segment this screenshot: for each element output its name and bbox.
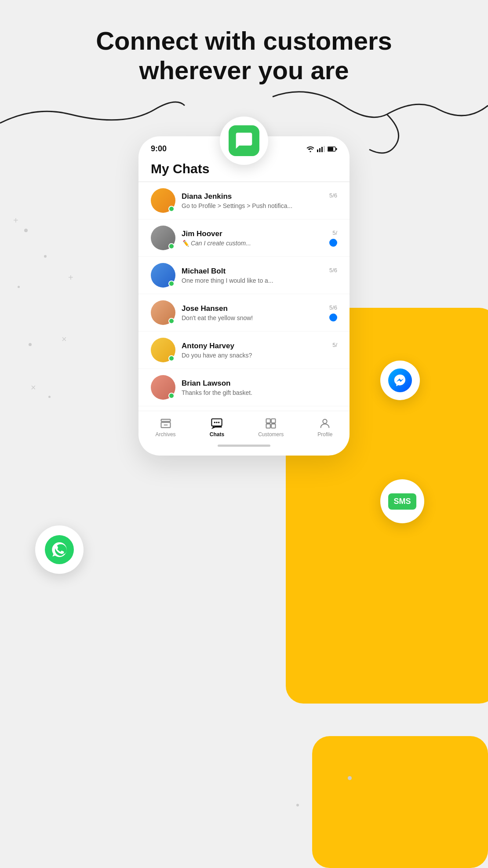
chat-content: Antony Harvey Do you have any snacks? [182,342,325,359]
nav-label-chats: Chats [210,431,224,438]
online-indicator [168,281,175,287]
chat-item-antony[interactable]: Antony Harvey Do you have any snacks? 5/ [138,332,350,369]
online-indicator [168,318,175,324]
chat-item-brian[interactable]: Brian Lawson Thanks for the gift basket. [138,369,350,406]
chat-item-diana[interactable]: Diana Jenkins Go to Profile > Settings >… [138,182,350,219]
svg-rect-7 [161,419,170,422]
unread-badge [329,239,337,247]
svg-point-12 [216,422,218,423]
chat-preview: Do you have any snacks? [182,352,325,359]
chat-content: Diana Jenkins Go to Profile > Settings >… [182,192,325,209]
avatar-wrap [151,338,175,362]
signal-icon [317,146,325,152]
deco-cross: + [68,273,73,283]
battery-icon [328,146,337,152]
chat-preview: One more thing I would like to a... [182,277,325,284]
chat-preview: Go to Profile > Settings > Push notifica… [182,202,325,209]
deco-cross: + [13,215,18,226]
deco-dot [24,229,28,232]
hero-section: Connect with customers wherever you are [0,26,488,85]
chat-name: Michael Bolt [182,267,325,276]
status-time: 9:00 [151,144,167,153]
chat-name: Diana Jenkins [182,192,325,201]
chat-date: 5/6 [329,304,337,311]
chat-content: Jose Hansen Don't eat the yellow snow! [182,304,325,321]
deco-dot [29,343,32,346]
svg-rect-3 [324,146,325,152]
chat-content: Brian Lawson Thanks for the gift basket. [182,379,325,396]
avatar-wrap [151,226,175,250]
nav-label-profile: Profile [317,431,332,438]
nav-label-customers: Customers [258,431,284,438]
chat-content: Jim Hoover ✏️ Can I create custom... [182,230,325,247]
whatsapp-bubble [35,525,84,574]
chat-name: Jose Hansen [182,304,325,313]
deco-dot [44,255,47,258]
bg-yellow-bottom [312,736,488,868]
svg-rect-6 [336,148,337,150]
deco-cross: × [31,383,36,393]
messenger-icon [388,368,412,392]
svg-point-13 [218,422,220,423]
online-indicator [168,393,175,399]
bottom-indicator [218,445,270,447]
profile-icon [319,417,331,430]
sms-label: SMS [388,493,416,510]
chat-meta: 5/ [329,230,337,247]
svg-rect-5 [328,147,333,151]
deco-cross: × [62,334,67,344]
avatar-wrap [151,375,175,400]
nav-label-archives: Archives [156,431,176,438]
svg-point-11 [214,422,216,423]
avatar-wrap [151,188,175,213]
svg-rect-0 [317,150,318,152]
chat-content: Michael Bolt One more thing I would like… [182,267,325,284]
wifi-icon [306,146,314,152]
chat-meta: 5/6 [329,192,337,209]
nav-item-archives[interactable]: Archives [156,417,176,438]
chat-meta: 5/6 [329,267,337,284]
messages-icon [229,125,259,156]
chat-meta [329,382,337,393]
chat-meta: 5/ [329,342,337,359]
chat-item-michael[interactable]: Michael Bolt One more thing I would like… [138,257,350,294]
nav-item-profile[interactable]: Profile [317,417,332,438]
phone-mockup: 9:00 My Chats [138,136,350,456]
chat-date: 5/ [332,342,337,348]
status-icons [306,146,337,152]
chat-date: 5/6 [329,192,337,199]
svg-rect-14 [266,419,270,423]
chat-meta: 5/6 [329,304,337,321]
chats-icon [211,417,223,430]
deco-dot [348,776,352,780]
online-indicator [168,355,175,361]
customers-icon [265,417,277,430]
avatar-wrap [151,300,175,325]
deco-dot [48,396,51,398]
svg-point-18 [323,419,327,423]
chat-preview: ✏️ Can I create custom... [182,240,325,247]
messenger-bubble [380,361,420,400]
unread-badge [329,314,337,321]
svg-rect-2 [321,147,323,152]
nav-item-chats[interactable]: Chats [210,417,224,438]
svg-rect-15 [271,419,275,423]
chat-item-jose[interactable]: Jose Hansen Don't eat the yellow snow! 5… [138,294,350,332]
chat-name: Brian Lawson [182,379,325,388]
avatar-wrap [151,263,175,288]
nav-item-customers[interactable]: Customers [258,417,284,438]
chat-preview: Don't eat the yellow snow! [182,314,325,321]
archives-icon [160,417,172,430]
deco-dot [296,804,299,806]
svg-rect-16 [266,424,270,428]
chat-list: Diana Jenkins Go to Profile > Settings >… [138,182,350,406]
chat-preview: Thanks for the gift basket. [182,389,325,396]
chat-item-jim[interactable]: Jim Hoover ✏️ Can I create custom... 5/ [138,219,350,257]
hero-title: Connect with customers wherever you are [35,26,453,85]
svg-rect-1 [319,148,320,152]
whatsapp-icon [45,535,74,564]
svg-rect-17 [271,424,275,428]
chat-date: 5/6 [329,267,337,274]
online-indicator [168,243,175,249]
bottom-nav: Archives Chats Customers [138,411,350,441]
